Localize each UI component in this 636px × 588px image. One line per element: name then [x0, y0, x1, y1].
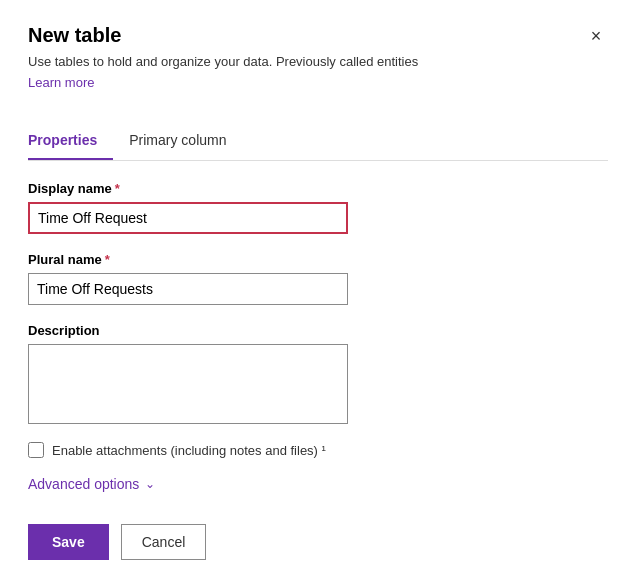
tab-primary-column[interactable]: Primary column	[129, 124, 242, 160]
plural-name-input[interactable]	[28, 273, 348, 305]
learn-more-link[interactable]: Learn more	[28, 75, 94, 90]
tab-bar: Properties Primary column	[28, 124, 608, 161]
attachments-label[interactable]: Enable attachments (including notes and …	[52, 443, 326, 458]
display-name-group: Display name *	[28, 181, 608, 234]
advanced-options-button[interactable]: Advanced options ⌄	[28, 476, 155, 492]
plural-name-label: Plural name *	[28, 252, 608, 267]
attachments-checkbox[interactable]	[28, 442, 44, 458]
dialog-footer: Save Cancel	[28, 524, 608, 560]
tab-properties[interactable]: Properties	[28, 124, 113, 160]
chevron-down-icon: ⌄	[145, 477, 155, 491]
dialog-header: New table ×	[28, 24, 608, 48]
plural-name-required: *	[105, 252, 110, 267]
save-button[interactable]: Save	[28, 524, 109, 560]
new-table-dialog: New table × Use tables to hold and organ…	[0, 0, 636, 588]
cancel-button[interactable]: Cancel	[121, 524, 207, 560]
attachments-row: Enable attachments (including notes and …	[28, 442, 608, 458]
description-input[interactable]	[28, 344, 348, 424]
display-name-required: *	[115, 181, 120, 196]
display-name-input[interactable]	[28, 202, 348, 234]
description-group: Description	[28, 323, 608, 424]
dialog-title: New table	[28, 24, 121, 47]
display-name-label: Display name *	[28, 181, 608, 196]
close-button[interactable]: ×	[584, 24, 608, 48]
dialog-subtitle: Use tables to hold and organize your dat…	[28, 54, 608, 69]
plural-name-group: Plural name *	[28, 252, 608, 305]
description-label: Description	[28, 323, 608, 338]
